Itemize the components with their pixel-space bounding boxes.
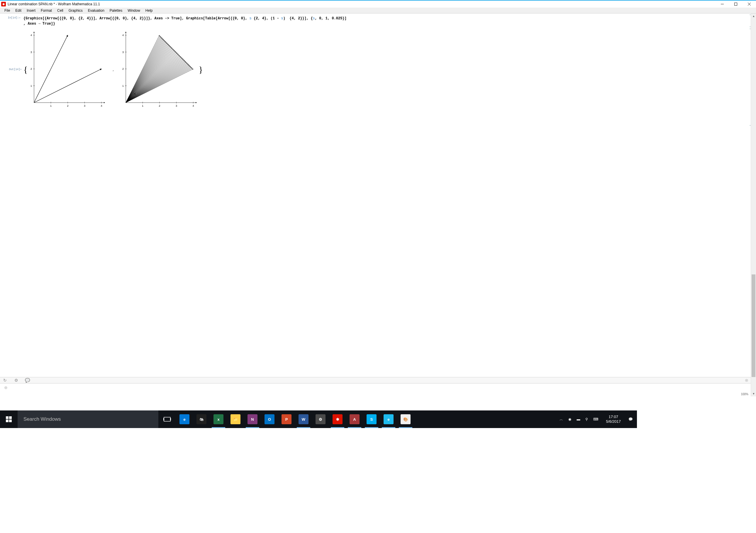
paint-icon: 🎨 — [401, 414, 411, 424]
svg-line-54 — [126, 59, 183, 103]
svg-rect-86 — [9, 419, 12, 422]
menu-graphics[interactable]: Graphics — [66, 8, 85, 13]
menubar: File Edit Insert Format Cell Graphics Ev… — [0, 8, 756, 13]
maximize-button[interactable] — [729, 0, 742, 8]
menu-window[interactable]: Window — [125, 8, 143, 13]
app-icon: ✱ — [1, 2, 6, 7]
taskbar-app-ie[interactable]: e — [380, 411, 397, 428]
menu-edit[interactable]: Edit — [13, 8, 24, 13]
taskbar-app-file-explorer[interactable]: 📁 — [227, 411, 244, 428]
file-explorer-icon: 📁 — [230, 414, 240, 424]
store-icon: 🛍 — [197, 414, 206, 424]
clock-date: 5/6/2017 — [606, 419, 621, 424]
svg-line-73 — [126, 43, 167, 103]
taskbar-app-excel[interactable]: x — [210, 411, 227, 428]
clock-time: 17:07 — [606, 414, 621, 419]
svg-text:1: 1 — [142, 104, 144, 107]
taskbar-app-onenote[interactable]: N — [244, 411, 261, 428]
taskbar-app-settings-gear[interactable]: ⚙ — [312, 411, 329, 428]
close-toolbar-icon[interactable]: ⊗ — [745, 378, 748, 383]
svg-line-50 — [126, 62, 186, 103]
svg-text:1: 1 — [31, 84, 32, 87]
task-view-button[interactable] — [158, 411, 176, 428]
taskbar-app-word[interactable]: W — [295, 411, 312, 428]
new-cell-button[interactable]: ⊕ — [0, 384, 751, 390]
tray-network-icon[interactable]: ⚲ — [585, 417, 588, 421]
menu-cell[interactable]: Cell — [55, 8, 66, 13]
word-icon: W — [299, 414, 309, 424]
window-title: Linear combination SPAN.nb * - Wolfram M… — [8, 2, 100, 6]
search-box[interactable]: Search Windows — [17, 411, 158, 428]
gear-icon[interactable]: ⚙ — [14, 378, 19, 383]
taskbar-app-skype[interactable]: S — [363, 411, 380, 428]
svg-line-66 — [126, 49, 173, 103]
taskbar-app-access[interactable]: A — [346, 411, 363, 428]
access-icon: A — [350, 414, 360, 424]
brace-left: { — [23, 65, 28, 74]
menu-file[interactable]: File — [2, 8, 13, 13]
svg-text:4: 4 — [101, 104, 102, 107]
tray-battery-icon[interactable]: ▬ — [577, 417, 580, 421]
reload-icon[interactable]: ↻ — [2, 378, 8, 383]
svg-line-49 — [126, 63, 187, 103]
svg-rect-84 — [9, 416, 12, 419]
svg-line-52 — [126, 60, 185, 103]
tray-sync-icon[interactable]: ◉ — [568, 417, 571, 421]
svg-line-70 — [126, 45, 170, 103]
scroll-down-arrow[interactable]: ▼ — [751, 391, 756, 396]
zoom-label[interactable]: 100% — [741, 392, 748, 396]
notebook-area[interactable]: In[14]:= {Graphics[{Arrow[{{0, 0}, {2, 4… — [0, 13, 756, 396]
taskbar-app-paint[interactable]: 🎨 — [397, 411, 414, 428]
brace-right: } — [199, 65, 202, 74]
start-button[interactable] — [0, 411, 17, 428]
output-comma: , — [113, 67, 114, 72]
taskbar-app-edge[interactable]: e — [176, 411, 193, 428]
settings-gear-icon: ⚙ — [315, 414, 326, 424]
svg-line-75 — [126, 41, 165, 103]
svg-line-65 — [126, 50, 174, 103]
action-center-icon[interactable]: 💬 — [629, 417, 633, 421]
scroll-thumb[interactable] — [752, 275, 755, 377]
vertical-scrollbar[interactable]: ▲ ▼ — [751, 13, 756, 396]
menu-help[interactable]: Help — [143, 8, 155, 13]
tray-chevron-icon[interactable]: ︿ — [559, 417, 563, 422]
svg-text:1: 1 — [50, 104, 52, 107]
svg-line-60 — [126, 54, 178, 103]
svg-text:3: 3 — [176, 104, 177, 107]
taskbar-app-mathematica[interactable]: ✱ — [329, 411, 346, 428]
svg-line-56 — [126, 57, 181, 103]
svg-text:4: 4 — [31, 34, 32, 37]
svg-line-76 — [126, 40, 165, 103]
output-cell[interactable]: Out[14]= { 12341234 , 12341234 } — [0, 27, 756, 112]
close-button[interactable] — [742, 0, 756, 8]
svg-line-23 — [34, 69, 101, 103]
skype-icon: S — [366, 414, 377, 424]
input-cell[interactable]: In[14]:= {Graphics[{Arrow[{{0, 0}, {2, 4… — [0, 13, 756, 27]
powerpoint-icon: P — [282, 414, 291, 424]
menu-insert[interactable]: Insert — [24, 8, 38, 13]
menu-palettes[interactable]: Palettes — [107, 8, 125, 13]
svg-line-51 — [126, 61, 186, 103]
svg-line-58 — [126, 55, 180, 103]
edge-icon: e — [179, 414, 189, 424]
clock[interactable]: 17:07 5/6/2017 — [604, 414, 623, 424]
svg-text:3: 3 — [84, 104, 85, 107]
tray-keyboard-icon[interactable]: ⌨ — [593, 417, 598, 421]
taskbar-app-outlook[interactable]: O — [261, 411, 278, 428]
menu-evaluation[interactable]: Evaluation — [85, 8, 107, 13]
scroll-up-arrow[interactable]: ▲ — [751, 13, 756, 19]
svg-text:3: 3 — [122, 51, 124, 54]
minimize-button[interactable] — [716, 0, 729, 8]
taskbar-app-store[interactable]: 🛍 — [193, 411, 210, 428]
plot-1[interactable]: 12341234 — [28, 30, 107, 109]
out-label: Out[14]= — [6, 68, 23, 71]
taskbar-app-powerpoint[interactable]: P — [278, 411, 295, 428]
menu-format[interactable]: Format — [38, 8, 55, 13]
svg-text:2: 2 — [122, 67, 124, 70]
svg-text:2: 2 — [31, 67, 32, 70]
input-code[interactable]: {Graphics[{Arrow[{{0, 0}, {2, 4}}], Arro… — [23, 16, 347, 26]
svg-line-61 — [126, 53, 177, 103]
plot-2[interactable]: 12341234 — [119, 30, 199, 109]
ie-icon: e — [384, 414, 393, 424]
chat-icon[interactable]: 💬 — [25, 378, 30, 383]
